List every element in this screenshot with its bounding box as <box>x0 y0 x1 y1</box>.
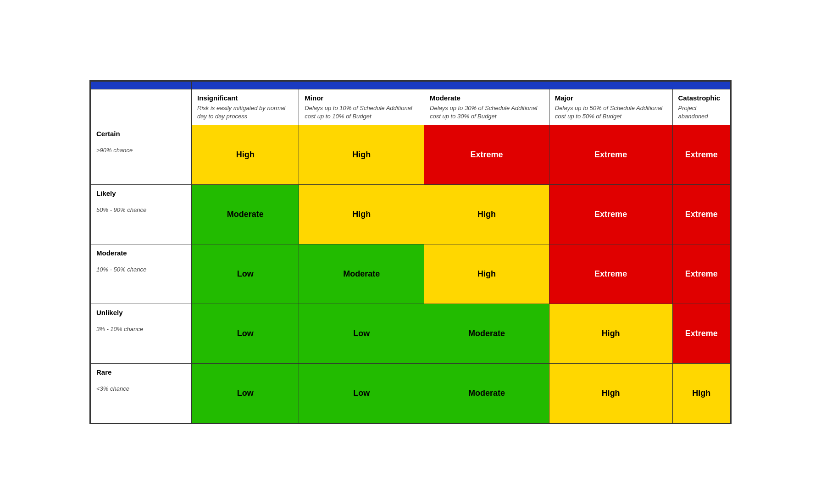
col-header-desc-1: Delays up to 10% of Schedule Additional … <box>305 105 412 120</box>
table-row: Certain>90% chanceHighHighExtremeExtreme… <box>91 125 731 184</box>
row-header-desc-4: <3% chance <box>96 385 129 392</box>
risk-cell-3-1: Low <box>299 304 424 363</box>
header-likelihood <box>91 81 192 89</box>
risk-cell-1-2: High <box>424 184 549 244</box>
risk-cell-4-0: Low <box>192 363 299 423</box>
risk-cell-2-0: Low <box>192 244 299 304</box>
risk-cell-2-4: Extreme <box>672 244 731 304</box>
col-header-title-0: Insignificant <box>197 94 293 102</box>
col-header-desc-0: Risk is easily mitigated by normal day t… <box>197 105 285 120</box>
row-header-title-3: Unlikely <box>96 309 186 316</box>
row-header-1: Likely50% - 90% chance <box>91 184 192 244</box>
risk-cell-4-2: Moderate <box>424 363 549 423</box>
risk-cell-2-1: Moderate <box>299 244 424 304</box>
table-row: Unlikely3% - 10% chanceLowLowModerateHig… <box>91 304 731 363</box>
risk-cell-4-3: High <box>549 363 672 423</box>
col-header-2: ModerateDelays up to 30% of Schedule Add… <box>424 89 549 125</box>
risk-matrix-table: InsignificantRisk is easily mitigated by… <box>90 81 731 423</box>
row-header-title-1: Likely <box>96 189 186 197</box>
col-header-title-2: Moderate <box>430 94 544 102</box>
risk-cell-2-3: Extreme <box>549 244 672 304</box>
table-row: Likely50% - 90% chanceModerateHighHighEx… <box>91 184 731 244</box>
risk-cell-3-2: Moderate <box>424 304 549 363</box>
row-header-title-0: Certain <box>96 130 186 138</box>
risk-cell-0-2: Extreme <box>424 125 549 184</box>
risk-cell-0-0: High <box>192 125 299 184</box>
risk-cell-4-4: High <box>672 363 731 423</box>
col-header-title-1: Minor <box>305 94 418 102</box>
col-header-desc-4: Project abandoned <box>678 105 708 120</box>
header-consequences <box>192 81 731 89</box>
risk-cell-3-0: Low <box>192 304 299 363</box>
row-header-4: Rare<3% chance <box>91 363 192 423</box>
row-header-2: Moderate10% - 50% chance <box>91 244 192 304</box>
risk-cell-0-3: Extreme <box>549 125 672 184</box>
risk-cell-3-3: High <box>549 304 672 363</box>
risk-matrix-wrapper: InsignificantRisk is easily mitigated by… <box>89 80 732 424</box>
risk-cell-0-1: High <box>299 125 424 184</box>
row-header-0: Certain>90% chance <box>91 125 192 184</box>
risk-cell-1-3: Extreme <box>549 184 672 244</box>
table-row: Rare<3% chanceLowLowModerateHighHigh <box>91 363 731 423</box>
col-header-title-3: Major <box>555 94 667 102</box>
col-header-empty <box>91 89 192 125</box>
risk-cell-3-4: Extreme <box>672 304 731 363</box>
col-header-desc-3: Delays up to 50% of Schedule Additional … <box>555 105 662 120</box>
table-row: Moderate10% - 50% chanceLowModerateHighE… <box>91 244 731 304</box>
col-header-0: InsignificantRisk is easily mitigated by… <box>192 89 299 125</box>
risk-cell-1-1: High <box>299 184 424 244</box>
risk-cell-0-4: Extreme <box>672 125 731 184</box>
risk-cell-2-2: High <box>424 244 549 304</box>
row-header-desc-1: 50% - 90% chance <box>96 206 146 213</box>
row-header-desc-0: >90% chance <box>96 147 133 154</box>
col-header-4: CatastrophicProject abandoned <box>672 89 731 125</box>
row-header-title-4: Rare <box>96 368 186 376</box>
row-header-3: Unlikely3% - 10% chance <box>91 304 192 363</box>
col-header-1: MinorDelays up to 10% of Schedule Additi… <box>299 89 424 125</box>
risk-cell-1-0: Moderate <box>192 184 299 244</box>
row-header-title-2: Moderate <box>96 249 186 257</box>
col-header-desc-2: Delays up to 30% of Schedule Additional … <box>430 105 537 120</box>
row-header-desc-3: 3% - 10% chance <box>96 326 143 332</box>
col-header-title-4: Catastrophic <box>678 94 725 102</box>
col-header-3: MajorDelays up to 50% of Schedule Additi… <box>549 89 672 125</box>
risk-cell-1-4: Extreme <box>672 184 731 244</box>
risk-cell-4-1: Low <box>299 363 424 423</box>
row-header-desc-2: 10% - 50% chance <box>96 266 146 273</box>
